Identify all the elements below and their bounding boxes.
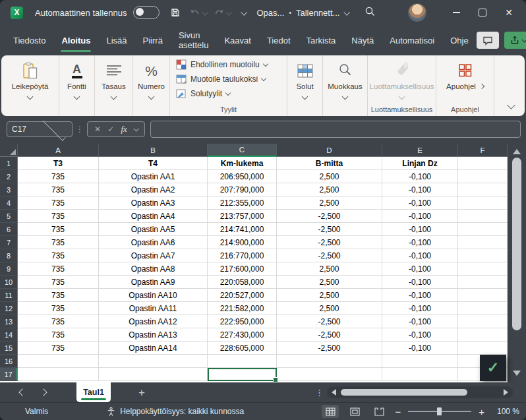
vertical-scrollbar[interactable]: [508, 144, 526, 382]
cell-F15[interactable]: [458, 342, 508, 355]
cell-A4[interactable]: 735: [18, 196, 99, 210]
cell-C5[interactable]: 213:757,000: [208, 210, 277, 223]
cell-B7[interactable]: Opastin AA6: [99, 236, 208, 249]
ribbon-tab-tiedosto[interactable]: Tiedosto: [5, 25, 53, 55]
collapse-ribbon-icon[interactable]: [507, 101, 515, 109]
row-header-9[interactable]: 9: [0, 262, 18, 276]
comments-button[interactable]: [477, 32, 499, 49]
search-button[interactable]: [365, 6, 376, 19]
row-header-7[interactable]: 7: [0, 236, 18, 249]
cell-A6[interactable]: 735: [18, 223, 99, 236]
cell-C10[interactable]: 220:058,000: [208, 276, 277, 289]
cell-D11[interactable]: 2,500: [277, 289, 382, 302]
column-header-A[interactable]: A: [18, 144, 99, 157]
cell-B3[interactable]: Opastin AA2: [99, 183, 208, 196]
group-number[interactable]: % Numero: [133, 55, 170, 116]
column-header-D[interactable]: D: [277, 144, 382, 157]
cell-F14[interactable]: [458, 328, 508, 342]
cell-D15[interactable]: -2,500: [277, 342, 382, 355]
row-header-14[interactable]: 14: [0, 328, 18, 342]
cell-B11[interactable]: Opastin AA10: [99, 289, 208, 302]
cell-A15[interactable]: 735: [18, 342, 99, 355]
cell-B16[interactable]: [99, 355, 208, 368]
cell-C6[interactable]: 214:741,000: [208, 223, 277, 236]
cell-A16[interactable]: [18, 355, 99, 368]
zoom-out-button[interactable]: −: [395, 407, 401, 417]
cell-C17[interactable]: [208, 368, 277, 381]
cell-B2[interactable]: Opastin AA1: [99, 170, 208, 183]
ribbon-tab-automatisoi[interactable]: Automatisoi: [382, 25, 442, 55]
row-header-15[interactable]: 15: [0, 342, 18, 355]
enter-button[interactable]: ✓: [107, 125, 114, 134]
cell-D9[interactable]: 2,500: [277, 262, 382, 276]
ribbon-tab-piirr-[interactable]: Piirrä: [135, 25, 171, 55]
cell-C13[interactable]: 222:950,000: [208, 315, 277, 328]
cell-B13[interactable]: Opastin AA12: [99, 315, 208, 328]
row-header-6[interactable]: 6: [0, 223, 18, 236]
cell-E16[interactable]: [382, 355, 458, 368]
cell-B10[interactable]: Opastin AA9: [99, 276, 208, 289]
ribbon-tab-aloitus[interactable]: Aloitus: [53, 25, 98, 55]
scroll-right-icon[interactable]: [504, 389, 508, 396]
cell-A14[interactable]: 735: [18, 328, 99, 342]
cell-E2[interactable]: -0,100: [382, 170, 458, 183]
cell-E12[interactable]: -0,100: [382, 302, 458, 315]
cell-E4[interactable]: -0,100: [382, 196, 458, 210]
column-header-B[interactable]: B: [99, 144, 208, 157]
cell-C15[interactable]: 228:605,000: [208, 342, 277, 355]
row-header-3[interactable]: 3: [0, 183, 18, 196]
group-alignment[interactable]: Tasaus: [95, 55, 133, 116]
cell-E10[interactable]: -0,100: [382, 276, 458, 289]
cell-C1[interactable]: Km-lukema: [208, 157, 277, 170]
zoom-slider-thumb[interactable]: [437, 407, 442, 415]
row-header-5[interactable]: 5: [0, 210, 18, 223]
page-layout-view-button[interactable]: [346, 405, 363, 418]
cell-A11[interactable]: 735: [18, 289, 99, 302]
cell-F6[interactable]: [458, 223, 508, 236]
ribbon-tab-lis-[interactable]: Lisää: [98, 25, 134, 55]
cell-C11[interactable]: 220:527,000: [208, 289, 277, 302]
row-header-16[interactable]: 16: [0, 355, 18, 368]
cell-D12[interactable]: 2,500: [277, 302, 382, 315]
maximize-button[interactable]: [469, 0, 496, 25]
cell-A13[interactable]: 735: [18, 315, 99, 328]
scroll-up-icon[interactable]: [513, 149, 521, 154]
cell-D5[interactable]: -2,500: [277, 210, 382, 223]
cell-A9[interactable]: 735: [18, 262, 99, 276]
cell-B6[interactable]: Opastin AA5: [99, 223, 208, 236]
cell-B9[interactable]: Opastin AA8: [99, 262, 208, 276]
cell-A7[interactable]: 735: [18, 236, 99, 249]
cell-D6[interactable]: -2,500: [277, 223, 382, 236]
quick-access-chevron-icon[interactable]: [241, 9, 248, 15]
cell-D2[interactable]: 2,500: [277, 170, 382, 183]
conditional-formatting-button[interactable]: Ehdollinen muotoilu: [170, 57, 287, 72]
cell-C12[interactable]: 221:582,000: [208, 302, 277, 315]
group-font[interactable]: A Fontti: [59, 55, 95, 116]
sheet-next-icon[interactable]: [40, 388, 47, 396]
horizontal-scroll-thumb[interactable]: [341, 389, 467, 396]
cell-C8[interactable]: 216:770,000: [208, 249, 277, 262]
cell-A17[interactable]: [18, 368, 99, 381]
page-break-view-button[interactable]: [370, 405, 388, 418]
document-title[interactable]: Opas... • Tallennett...: [256, 8, 349, 18]
cell-F4[interactable]: [458, 196, 508, 210]
cell-C14[interactable]: 227:430,000: [208, 328, 277, 342]
cell-F11[interactable]: [458, 289, 508, 302]
cell-D16[interactable]: [277, 355, 382, 368]
row-header-8[interactable]: 8: [0, 249, 18, 262]
cell-B1[interactable]: T4: [99, 157, 208, 170]
cell-D10[interactable]: 2,500: [277, 276, 382, 289]
cell-F3[interactable]: [458, 183, 508, 196]
zoom-level[interactable]: 100 %: [492, 407, 519, 416]
close-button[interactable]: ✕: [496, 0, 522, 25]
row-header-4[interactable]: 4: [0, 196, 18, 210]
group-addins[interactable]: Apuohjel Apuohjel: [436, 55, 494, 116]
ribbon-tab-kaavat[interactable]: Kaavat: [216, 25, 258, 55]
cell-E17[interactable]: [382, 368, 458, 381]
cell-B12[interactable]: Opastin AA11: [99, 302, 208, 315]
cell-F10[interactable]: [458, 276, 508, 289]
cell-E5[interactable]: -0,100: [382, 210, 458, 223]
zoom-in-button[interactable]: +: [479, 407, 484, 417]
cell-E11[interactable]: -0,100: [382, 289, 458, 302]
normal-view-button[interactable]: [322, 405, 339, 418]
